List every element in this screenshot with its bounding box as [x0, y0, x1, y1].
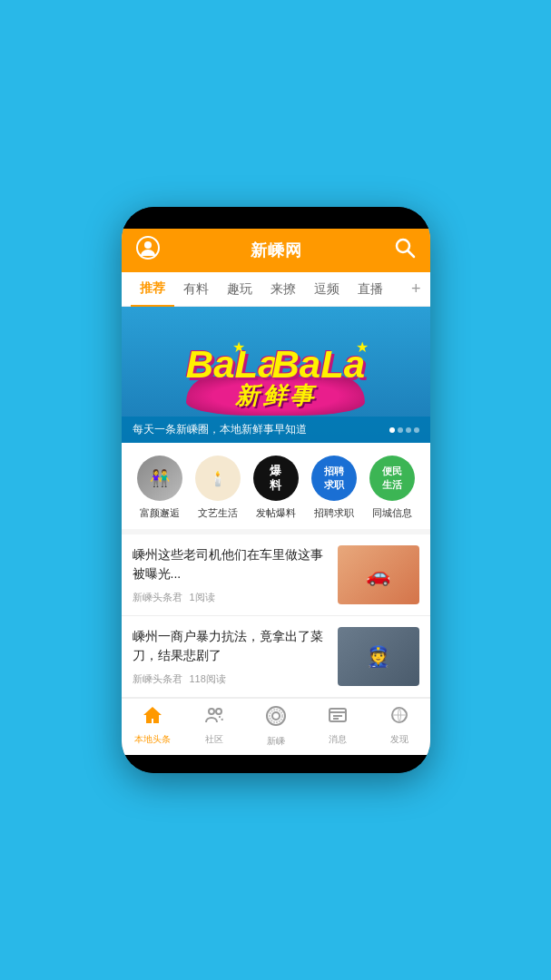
message-icon [327, 704, 349, 731]
banner-description: 每天一条新嵊圈，本地新鲜事早知道 [133, 422, 307, 437]
svg-point-4 [209, 709, 214, 714]
banner-subtitle: 每天一条新嵊圈，本地新鲜事早知道 [122, 416, 430, 443]
category-social-label: 富颜邂逅 [140, 506, 180, 520]
tab-live[interactable]: 直播 [349, 272, 392, 307]
add-tab-button[interactable]: + [411, 279, 421, 299]
search-icon[interactable] [394, 237, 416, 264]
nav-message-label: 消息 [329, 733, 347, 746]
nav-home[interactable]: 本地头条 [130, 704, 175, 748]
tab-you料[interactable]: 有料 [174, 272, 218, 307]
news-thumb-1: 🚗 [338, 545, 419, 604]
svg-line-3 [408, 251, 414, 258]
nav-message[interactable]: 消息 [315, 704, 360, 748]
app-title: 新嵊网 [251, 240, 302, 261]
news-source-1: 新嵊头条君 [133, 591, 182, 604]
svg-point-5 [216, 709, 221, 714]
category-art-icon: 🕯️ [195, 456, 241, 501]
discover-icon [389, 704, 410, 731]
banner-dots [389, 427, 419, 433]
app-container: 新嵊网 推荐 有料 趣玩 来撩 逗频 直播 + [122, 229, 430, 755]
category-art[interactable]: 🕯️ 文艺生活 [195, 456, 241, 520]
news-title-2: 嵊州一商户暴力抗法，竟拿出了菜刀，结果悲剧了 [133, 627, 329, 665]
xinsheng-icon [264, 704, 288, 733]
tab-doupin[interactable]: 逗频 [305, 272, 349, 307]
category-local[interactable]: 便民生活 同城信息 [369, 456, 415, 520]
news-reads-1: 1阅读 [190, 591, 215, 604]
nav-xinsheng[interactable]: 新嵊 [253, 704, 299, 748]
news-item-1[interactable]: 嵊州这些老司机他们在车里做这事被曝光... 新嵊头条君 1阅读 🚗 [122, 534, 430, 616]
banner-logo: BaLa ★ BaLa ★ 新鲜事 [186, 335, 365, 416]
category-post-icon: 爆料 [253, 456, 299, 501]
category-post[interactable]: 爆料 发帖爆料 [253, 456, 299, 520]
news-reads-2: 118阅读 [190, 672, 226, 686]
category-local-label: 同城信息 [372, 506, 412, 520]
tab-lailiao[interactable]: 来撩 [261, 272, 305, 307]
news-meta-1: 新嵊头条君 1阅读 [133, 591, 329, 604]
dot-1 [389, 427, 395, 433]
news-thumb-2: 👮 [338, 627, 419, 686]
news-list: 嵊州这些老司机他们在车里做这事被曝光... 新嵊头条君 1阅读 🚗 嵊州一商户暴… [122, 534, 430, 698]
category-art-label: 文艺生活 [198, 506, 238, 520]
category-job-label: 招聘求职 [314, 506, 354, 520]
news-content-1: 嵊州这些老司机他们在车里做这事被曝光... 新嵊头条君 1阅读 [133, 545, 329, 604]
category-job-icon: 招聘求职 [311, 456, 357, 501]
nav-discover-label: 发现 [390, 733, 408, 746]
banner-chinese-title: 新鲜事 [235, 382, 317, 409]
nav-tabs: 推荐 有料 趣玩 来撩 逗频 直播 + [122, 272, 430, 307]
dot-2 [398, 427, 403, 433]
categories: 👫 富颜邂逅 🕯️ 文艺生活 爆料 发帖爆料 招聘求职 招聘求 [122, 443, 430, 534]
tab-recommend[interactable]: 推荐 [131, 272, 174, 307]
banner: BaLa ★ BaLa ★ 新鲜事 每天一条新嵊圈，本地新鲜事早知道 [122, 307, 430, 443]
header: 新嵊网 [122, 229, 430, 272]
bottom-bar [122, 755, 430, 773]
news-item-2[interactable]: 嵊州一商户暴力抗法，竟拿出了菜刀，结果悲剧了 新嵊头条君 118阅读 👮 [122, 616, 430, 698]
dot-3 [406, 427, 411, 433]
news-content-2: 嵊州一商户暴力抗法，竟拿出了菜刀，结果悲剧了 新嵊头条君 118阅读 [133, 627, 329, 686]
svg-point-1 [144, 241, 152, 249]
category-job[interactable]: 招聘求职 招聘求职 [311, 456, 357, 520]
nav-xinsheng-label: 新嵊 [267, 735, 285, 748]
news-title-1: 嵊州这些老司机他们在车里做这事被曝光... [133, 545, 329, 583]
home-icon [142, 704, 163, 731]
profile-icon[interactable] [136, 236, 160, 265]
status-bar [122, 207, 430, 229]
nav-home-label: 本地头条 [134, 733, 171, 746]
community-icon [203, 704, 225, 731]
banner-bala2: BaLa [272, 343, 366, 386]
svg-point-7 [272, 712, 280, 720]
news-meta-2: 新嵊头条君 118阅读 [133, 672, 329, 686]
category-social-icon: 👫 [137, 456, 182, 501]
bottom-nav: 本地头条 社区 [122, 698, 430, 755]
nav-community[interactable]: 社区 [192, 704, 237, 748]
nav-discover[interactable]: 发现 [377, 704, 422, 748]
category-local-icon: 便民生活 [369, 456, 415, 501]
tab-quwan[interactable]: 趣玩 [218, 272, 261, 307]
category-post-label: 发帖爆料 [256, 506, 296, 520]
category-social[interactable]: 👫 富颜邂逅 [137, 456, 182, 520]
nav-community-label: 社区 [205, 733, 223, 746]
phone-frame: 新嵊网 推荐 有料 趣玩 来撩 逗频 直播 + [122, 207, 430, 773]
news-source-2: 新嵊头条君 [133, 672, 182, 686]
dot-4 [414, 427, 419, 433]
